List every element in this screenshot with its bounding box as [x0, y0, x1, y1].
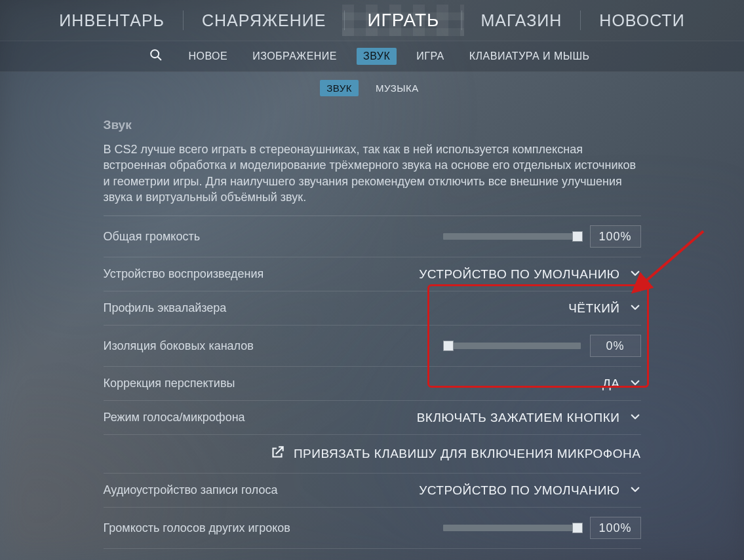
- tab-new[interactable]: НОВОЕ: [183, 48, 233, 65]
- slider-handle[interactable]: [443, 341, 454, 351]
- master-volume-value[interactable]: 100%: [590, 225, 641, 248]
- row-streamlined-ptt: Оптимизированная активация микрофона НЕТ: [104, 549, 641, 560]
- voip-volume-value[interactable]: 100%: [590, 517, 641, 539]
- svg-line-1: [158, 57, 161, 60]
- sub-tabs: ЗВУК МУЗЫКА: [0, 76, 744, 100]
- nav-store[interactable]: МАГАЗИН: [462, 11, 580, 30]
- slider-handle[interactable]: [572, 523, 583, 533]
- svg-line-2: [635, 231, 703, 290]
- row-master-volume: Общая громкость 100%: [104, 216, 641, 257]
- section-title: Звук: [104, 118, 641, 132]
- chevron-down-icon: [629, 411, 641, 425]
- subtab-audio[interactable]: ЗВУК: [320, 80, 359, 96]
- bind-mic-key-link[interactable]: ПРИВЯЗАТЬ КЛАВИШУ ДЛЯ ВКЛЮЧЕНИЯ МИКРОФОН…: [104, 435, 641, 474]
- lr-isolation-slider[interactable]: [443, 343, 581, 349]
- row-eq-profile: Профиль эквалайзера ЧЁТКИЙ: [104, 291, 641, 326]
- row-perspective: Коррекция перспективы ДА: [104, 367, 641, 401]
- chevron-down-icon: [629, 301, 641, 316]
- input-device-dropdown[interactable]: УСТРОЙСТВО ПО УМОЛЧАНИЮ: [419, 483, 640, 498]
- dropdown-value: ЧЁТКИЙ: [568, 301, 619, 316]
- external-link-icon: [269, 444, 286, 464]
- output-device-dropdown[interactable]: УСТРОЙСТВО ПО УМОЛЧАНИЮ: [419, 267, 640, 282]
- tab-keyboard[interactable]: КЛАВИАТУРА И МЫШЬ: [464, 48, 595, 65]
- lr-isolation-value[interactable]: 0%: [590, 335, 641, 357]
- dropdown-value: УСТРОЙСТВО ПО УМОЛЧАНИЮ: [419, 267, 619, 282]
- tab-audio[interactable]: ЗВУК: [357, 48, 397, 65]
- chevron-down-icon: [629, 377, 641, 391]
- subtab-music[interactable]: МУЗЫКА: [370, 81, 424, 96]
- dropdown-value: УСТРОЙСТВО ПО УМОЛЧАНИЮ: [419, 483, 619, 498]
- slider-handle[interactable]: [572, 231, 583, 242]
- voice-mode-dropdown[interactable]: ВКЛЮЧАТЬ ЗАЖАТИЕМ КНОПКИ: [417, 411, 641, 425]
- nav-play[interactable]: ИГРАТЬ: [345, 10, 461, 31]
- main-nav: ИНВЕНТАРЬ СНАРЯЖЕНИЕ ИГРАТЬ МАГАЗИН НОВО…: [0, 0, 744, 41]
- tab-game[interactable]: ИГРА: [411, 48, 449, 65]
- row-voice-mode: Режим голоса/микрофона ВКЛЮЧАТЬ ЗАЖАТИЕМ…: [104, 401, 641, 435]
- label: Коррекция перспективы: [104, 377, 235, 390]
- chevron-down-icon: [629, 483, 641, 498]
- label: Общая громкость: [104, 230, 201, 244]
- perspective-dropdown[interactable]: ДА: [602, 377, 641, 391]
- chevron-down-icon: [629, 267, 641, 282]
- dropdown-value: ДА: [602, 377, 620, 391]
- voip-volume-slider[interactable]: [443, 525, 581, 531]
- label: Громкость голосов других игроков: [104, 521, 290, 535]
- settings-panel: Звук В CS2 лучше всего играть в стереона…: [104, 118, 641, 560]
- nav-loadout[interactable]: СНАРЯЖЕНИЕ: [184, 11, 344, 30]
- label: Изоляция боковых каналов: [104, 339, 254, 353]
- settings-tabs: НОВОЕ ИЗОБРАЖЕНИЕ ЗВУК ИГРА КЛАВИАТУРА И…: [0, 41, 744, 72]
- row-voip-volume: Громкость голосов других игроков 100%: [104, 508, 641, 549]
- row-lr-isolation: Изоляция боковых каналов 0%: [104, 326, 641, 367]
- eq-profile-dropdown[interactable]: ЧЁТКИЙ: [568, 301, 640, 316]
- row-input-device: Аудиоустройство записи голоса УСТРОЙСТВО…: [104, 474, 641, 508]
- label: Профиль эквалайзера: [104, 301, 227, 315]
- nav-inventory[interactable]: ИНВЕНТАРЬ: [41, 11, 183, 30]
- section-description: В CS2 лучше всего играть в стереонаушник…: [104, 141, 641, 205]
- nav-news[interactable]: НОВОСТИ: [581, 11, 703, 30]
- master-volume-slider[interactable]: [443, 233, 581, 240]
- tab-video[interactable]: ИЗОБРАЖЕНИЕ: [247, 48, 342, 65]
- label: Аудиоустройство записи голоса: [104, 483, 278, 497]
- dropdown-value: ВКЛЮЧАТЬ ЗАЖАТИЕМ КНОПКИ: [417, 411, 620, 425]
- row-output-device: Устройство воспроизведения УСТРОЙСТВО ПО…: [104, 257, 641, 291]
- label: Устройство воспроизведения: [104, 267, 264, 281]
- search-icon[interactable]: [149, 48, 163, 65]
- link-text: ПРИВЯЗАТЬ КЛАВИШУ ДЛЯ ВКЛЮЧЕНИЯ МИКРОФОН…: [294, 447, 641, 461]
- label: Режим голоса/микрофона: [104, 411, 245, 424]
